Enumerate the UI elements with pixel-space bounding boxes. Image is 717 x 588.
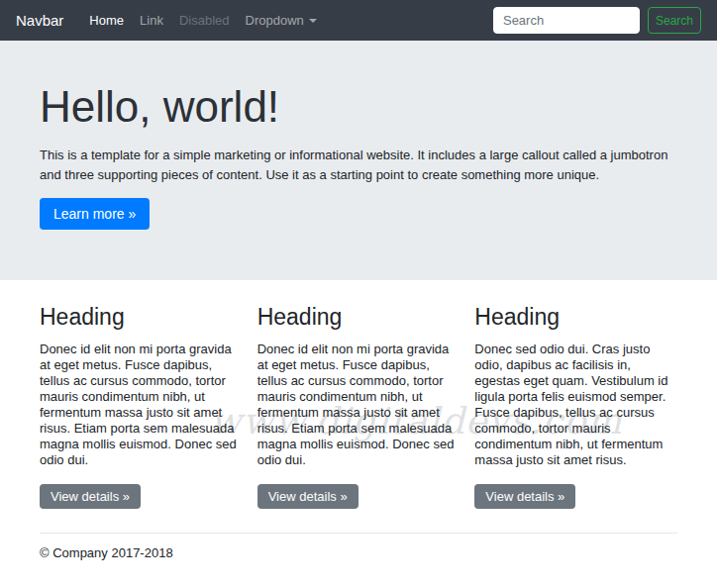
search-input[interactable]: [493, 7, 640, 34]
nav-item-dropdown[interactable]: Dropdown: [238, 9, 325, 32]
jumbotron-description: This is a template for a simple marketin…: [40, 146, 677, 185]
learn-more-button[interactable]: Learn more »: [40, 198, 150, 230]
column-3: Heading Donec sed odio dui. Cras justo o…: [474, 304, 677, 509]
column-body: Donec id elit non mi porta gravida at eg…: [40, 342, 243, 468]
column-2: Heading Donec id elit non mi porta gravi…: [257, 304, 461, 509]
column-heading: Heading: [257, 304, 343, 332]
column-1: Heading Donec id elit non mi porta gravi…: [40, 304, 243, 509]
view-details-button-1[interactable]: View details »: [40, 484, 141, 509]
view-details-button-2[interactable]: View details »: [257, 484, 358, 509]
column-body: Donec id elit non mi porta gravida at eg…: [257, 342, 461, 468]
footer: © Company 2017-2018: [40, 545, 677, 560]
nav-item-home[interactable]: Home: [81, 9, 132, 32]
nav-item-dropdown-label: Dropdown: [246, 13, 304, 28]
navbar-brand[interactable]: Navbar: [16, 12, 63, 29]
search-button[interactable]: Search: [648, 7, 701, 34]
jumbotron: Hello, world! This is a template for a s…: [0, 41, 717, 280]
nav-item-disabled: Disabled: [171, 9, 238, 32]
content: Heading Donec id elit non mi porta gravi…: [0, 280, 717, 560]
navbar: Navbar Home Link Disabled Dropdown Searc…: [0, 0, 717, 41]
column-heading: Heading: [474, 304, 560, 332]
navbar-nav: Home Link Disabled Dropdown: [81, 9, 324, 32]
footer-divider: [40, 533, 677, 534]
columns-row: Heading Donec id elit non mi porta gravi…: [40, 304, 677, 509]
copyright-text: © Company 2017-2018: [40, 545, 677, 560]
caret-down-icon: [309, 19, 317, 23]
nav-item-link[interactable]: Link: [132, 9, 171, 32]
column-heading: Heading: [40, 304, 125, 332]
view-details-button-3[interactable]: View details »: [474, 484, 575, 509]
search-form: Search: [493, 7, 701, 34]
jumbotron-title: Hello, world!: [40, 82, 677, 133]
column-body: Donec sed odio dui. Cras justo odio, dap…: [474, 342, 677, 468]
